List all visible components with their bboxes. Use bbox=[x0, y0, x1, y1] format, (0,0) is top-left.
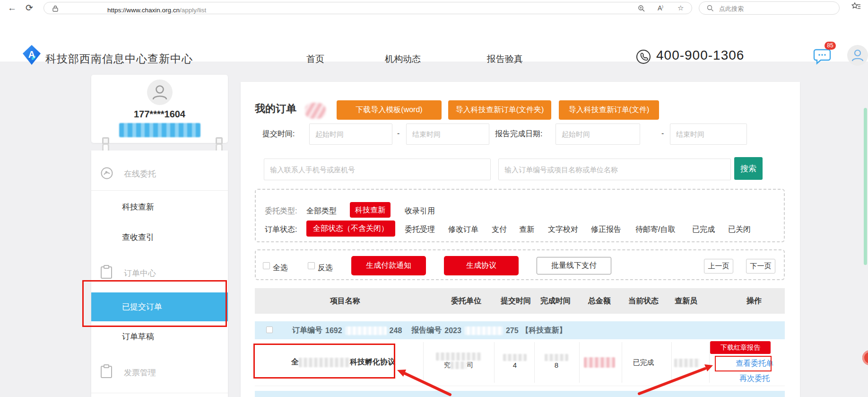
col-action: 操作 bbox=[746, 296, 762, 306]
generate-payment-button[interactable]: 生成付款通知 bbox=[351, 256, 426, 275]
zoom-page-icon[interactable] bbox=[638, 5, 645, 12]
favorite-star-icon[interactable]: ☆ bbox=[677, 4, 684, 12]
sidebar-group-order-center[interactable]: 订单中心 bbox=[124, 268, 156, 279]
sidebar-avatar-icon bbox=[147, 79, 173, 105]
cell-separator bbox=[622, 342, 622, 383]
nav-news[interactable]: 机构动态 bbox=[385, 53, 421, 65]
re-entrust-link[interactable]: 再次委托 bbox=[739, 374, 770, 384]
sidebar-item-order-draft[interactable]: 订单草稿 bbox=[122, 331, 154, 342]
status-option-accept[interactable]: 委托受理 bbox=[405, 225, 435, 235]
status-option-proofread[interactable]: 文字校对 bbox=[548, 225, 578, 235]
report-no-label: 报告编号 bbox=[411, 326, 442, 335]
cell-separator bbox=[579, 342, 580, 383]
redacted-unit-line2 bbox=[451, 362, 467, 369]
status-option-revise[interactable]: 修正报告 bbox=[591, 225, 621, 235]
redacted-report-no bbox=[464, 326, 503, 335]
cell-separator bbox=[709, 342, 710, 383]
refresh-icon[interactable]: ⟳ bbox=[26, 2, 33, 14]
status-option-chaxin[interactable]: 查新 bbox=[519, 225, 534, 235]
user-avatar[interactable] bbox=[847, 45, 868, 66]
redacted-checker bbox=[674, 359, 700, 367]
floating-service-button[interactable] bbox=[862, 350, 868, 365]
phone-icon bbox=[635, 49, 651, 65]
status-option-mail[interactable]: 待邮寄/自取 bbox=[635, 225, 675, 235]
unit-cell: 究司 bbox=[436, 352, 481, 370]
order-group-row: 订单编号 1692 248 报告编号 2023 275 【科技查新】 bbox=[255, 321, 785, 339]
status-option-modify[interactable]: 修改订单 bbox=[448, 225, 478, 235]
status-option-all-selected[interactable]: 全部状态（不含关闭） bbox=[306, 221, 395, 237]
sidebar-item-keji-chaxin[interactable]: 科技查新 bbox=[122, 202, 154, 212]
report-end-input[interactable] bbox=[670, 124, 747, 145]
col-status: 当前状态 bbox=[628, 296, 659, 306]
nav-verify[interactable]: 报告验真 bbox=[487, 53, 523, 65]
submit-start-input[interactable] bbox=[309, 124, 392, 145]
next-order-group-row-partial bbox=[255, 391, 785, 397]
redacted-user-org-badge bbox=[119, 123, 200, 137]
select-all-label[interactable]: 全选 bbox=[273, 263, 288, 273]
browser-search-placeholder: 点此搜索 bbox=[719, 5, 744, 13]
submit-end-input[interactable] bbox=[406, 124, 489, 145]
type-option-keji-selected[interactable]: 科技查新 bbox=[350, 202, 391, 218]
back-icon[interactable]: ← bbox=[8, 2, 17, 14]
order-no-suffix: 248 bbox=[390, 326, 402, 335]
col-project: 项目名称 bbox=[330, 296, 360, 306]
generate-agreement-button[interactable]: 生成协议 bbox=[444, 256, 519, 275]
type-option-shoulu[interactable]: 收录引用 bbox=[405, 206, 435, 216]
cell-separator bbox=[671, 342, 672, 383]
redacted-amount bbox=[584, 357, 615, 368]
select-all-checkbox[interactable] bbox=[263, 262, 270, 269]
redacted-submit-date bbox=[503, 354, 527, 361]
invoice-icon bbox=[100, 364, 113, 379]
sidebar-item-chashou-chayin[interactable]: 查收查引 bbox=[122, 232, 154, 243]
project-name-cell[interactable]: 全科技孵化协议 bbox=[291, 357, 395, 367]
url-domain: https://www.chaxin.org.cn bbox=[107, 7, 180, 14]
site-header: A 科技部西南信息中心查新中心 首页 机构动态 报告验真 400-900-130… bbox=[0, 17, 868, 62]
address-bar[interactable]: https://www.chaxin.org.cn/apply/list A) … bbox=[43, 2, 692, 14]
order-keyword-input[interactable] bbox=[498, 159, 731, 180]
order-no-prefix: 1692 bbox=[325, 326, 342, 335]
submit-date-digit: 4 bbox=[513, 361, 517, 369]
report-start-input[interactable] bbox=[556, 124, 640, 145]
prev-page-button[interactable]: 上一页 bbox=[704, 259, 733, 273]
import-order-file-button[interactable]: 导入科技查新订单(文件) bbox=[559, 100, 659, 120]
redacted-title-blob bbox=[305, 103, 326, 119]
sidebar-user-phone: 177****1604 bbox=[91, 109, 228, 120]
batch-offline-pay-button[interactable]: 批量线下支付 bbox=[537, 257, 611, 274]
view-order-link[interactable]: 查看委托单 bbox=[736, 359, 773, 369]
status-option-done[interactable]: 已完成 bbox=[692, 225, 715, 235]
submit-time-label: 提交时间: bbox=[262, 129, 295, 139]
order-no-label: 订单编号 bbox=[292, 326, 322, 335]
download-template-button[interactable]: 下载导入模板(word) bbox=[337, 100, 442, 120]
contact-phone-input[interactable] bbox=[264, 159, 491, 180]
sidebar-group-online[interactable]: 在线委托 bbox=[124, 168, 156, 179]
col-finish: 完成时间 bbox=[540, 296, 571, 306]
type-option-all[interactable]: 全部类型 bbox=[306, 206, 337, 216]
sidebar-group-invoice[interactable]: 发票管理 bbox=[124, 367, 156, 378]
search-icon bbox=[707, 5, 714, 12]
sidebar-divider bbox=[91, 190, 228, 191]
read-aloud-icon[interactable]: A) bbox=[658, 4, 663, 12]
favorites-bar-icon[interactable] bbox=[851, 2, 861, 11]
date-dash-1: - bbox=[397, 129, 399, 138]
status-option-closed[interactable]: 已关闭 bbox=[728, 225, 751, 235]
download-report-link[interactable]: 下载红章报告 bbox=[710, 341, 771, 354]
invert-select-label[interactable]: 反选 bbox=[318, 263, 333, 273]
search-button[interactable]: 搜索 bbox=[734, 157, 763, 180]
browser-search-box[interactable]: 点此搜索 bbox=[699, 1, 840, 15]
row-checkbox[interactable] bbox=[266, 326, 273, 333]
invert-select-checkbox[interactable] bbox=[308, 262, 315, 269]
status-option-pay[interactable]: 支付 bbox=[492, 225, 507, 235]
order-group-text: 订单编号 1692 248 报告编号 2023 275 【科技查新】 bbox=[292, 326, 567, 335]
nav-home[interactable]: 首页 bbox=[306, 53, 324, 65]
page-scrollbar[interactable] bbox=[864, 108, 867, 265]
chat-badge: 85 bbox=[825, 42, 836, 50]
cell-separator bbox=[423, 342, 424, 383]
type-filter-label: 委托类型: bbox=[265, 206, 297, 216]
next-page-button[interactable]: 下一页 bbox=[746, 259, 775, 273]
report-no-suffix: 275 bbox=[506, 326, 519, 335]
col-checker: 查新员 bbox=[675, 296, 697, 306]
browser-toolbar: ← ⟳ https://www.chaxin.org.cn/apply/list… bbox=[0, 0, 868, 17]
import-order-folder-button[interactable]: 导入科技查新订单(文件夹) bbox=[448, 100, 551, 120]
sidebar-item-submitted-orders[interactable]: 已提交订单 bbox=[91, 292, 228, 321]
redacted-unit-line1 bbox=[436, 353, 481, 361]
